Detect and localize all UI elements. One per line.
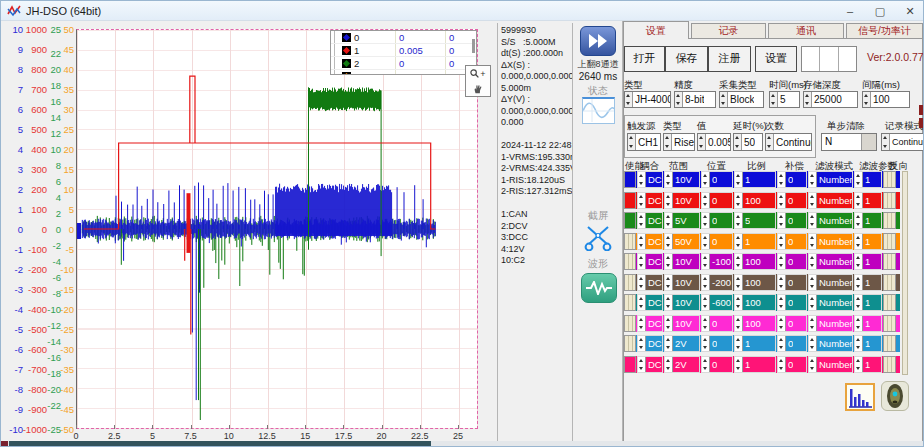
spinner-icon[interactable] [735,316,743,331]
channel-coupling-field[interactable]: DC [637,171,663,188]
channel-invert-box[interactable] [883,315,896,332]
spinner-icon[interactable] [809,213,817,228]
channel-enable-box[interactable] [624,192,636,209]
channel-scale-field[interactable]: 100 [734,253,776,270]
channel-filter-param-field[interactable]: 1 [854,356,882,373]
spinner-icon[interactable] [804,92,812,107]
channel-range-field[interactable]: 10V [664,294,700,311]
spinner-icon[interactable] [778,336,786,351]
spinner-icon[interactable] [735,336,743,351]
camera-button[interactable] [881,381,909,411]
channel-scale-field[interactable]: 1 [734,356,776,373]
spinner-icon[interactable] [638,316,646,331]
spinner-icon[interactable] [809,234,817,249]
legend-row[interactable]: 000 [331,31,476,44]
channel-position-field[interactable]: -600 [701,294,733,311]
interval-ms-combo[interactable]: 100 [862,91,910,108]
spinner-icon[interactable] [855,275,863,290]
spinner-icon[interactable] [664,134,672,150]
spinner-icon[interactable] [809,193,817,208]
spinner-icon[interactable] [665,234,673,249]
spinner-icon[interactable] [778,234,786,249]
time-ms-combo[interactable]: 5 [769,91,800,108]
channel-filter-param-field[interactable]: 1 [854,315,882,332]
spinner-icon[interactable] [855,234,863,249]
plot-area[interactable]: 00010.0050200300 [76,29,478,429]
spinner-icon[interactable] [809,295,817,310]
spinner-icon[interactable] [638,193,646,208]
device-type-combo[interactable]: JH-4000A [624,91,671,108]
maximize-button[interactable]: ▢ [865,2,895,20]
channel-filter-param-field[interactable]: 1 [854,335,882,352]
channel-invert-box[interactable] [883,294,896,311]
spinner-icon[interactable] [735,193,743,208]
spinner-icon[interactable] [809,254,817,269]
minimize-button[interactable]: – [835,2,865,20]
channel-comp-field[interactable]: 0 [777,315,807,332]
spinner-icon[interactable] [778,275,786,290]
spinner-icon[interactable] [778,254,786,269]
spinner-icon[interactable] [720,92,728,107]
spinner-icon[interactable] [734,134,742,150]
channel-coupling-field[interactable]: DC [637,192,663,209]
trigger-type-combo[interactable]: Rise [663,133,695,151]
histogram-button[interactable] [845,383,875,411]
channel-invert-box[interactable] [883,335,896,352]
zoom-tool-button[interactable]: + [466,66,490,81]
legend-scrollbar[interactable] [472,39,475,53]
spinner-icon[interactable] [855,213,863,228]
channel-comp-field[interactable]: 0 [777,233,807,250]
register-button[interactable]: 注册 [708,46,751,72]
channel-invert-box[interactable] [883,274,896,291]
channel-position-field[interactable]: 0 [701,335,733,352]
horizontal-scrollbar-thumb[interactable] [9,441,431,447]
spinner-icon[interactable] [702,336,710,351]
spinner-icon[interactable] [778,213,786,228]
spinner-icon[interactable] [778,295,786,310]
tab-signal-power[interactable]: 信号/功率计 [846,23,923,38]
channel-enable-box[interactable] [624,233,636,250]
channel-filter-mode-field[interactable]: Number [808,294,853,311]
storage-depth-combo[interactable]: 25000 [803,91,858,108]
spinner-icon[interactable] [625,92,633,107]
channel-coupling-field[interactable]: DC [637,233,663,250]
channel-filter-mode-field[interactable]: Number [808,192,853,209]
spinner-icon[interactable] [638,295,646,310]
screenshot-button[interactable] [583,223,613,255]
channel-range-field[interactable]: 10V [664,274,700,291]
channel-comp-field[interactable]: 0 [777,171,807,188]
spinner-icon[interactable] [675,92,683,107]
channel-enable-box[interactable] [624,294,636,311]
channel-filter-mode-field[interactable]: Number [808,171,853,188]
channel-invert-box[interactable] [883,212,896,229]
spinner-icon[interactable] [809,336,817,351]
spinner-icon[interactable] [855,193,863,208]
legend-row[interactable]: 200 [331,57,476,70]
channel-range-field[interactable]: 2V [664,335,700,352]
spinner-icon[interactable] [665,336,673,351]
channel-filter-mode-field[interactable]: Number [808,356,853,373]
channel-filter-mode-field[interactable]: Number [808,315,853,332]
spinner-icon[interactable] [702,254,710,269]
channel-table-scrollbar[interactable] [902,171,908,375]
channel-range-field[interactable]: 10V [664,315,700,332]
spinner-icon[interactable] [778,193,786,208]
spinner-icon[interactable] [882,134,890,150]
trigger-delay-combo[interactable]: 50 [733,133,763,151]
channel-invert-box[interactable] [883,233,896,250]
spinner-icon[interactable] [638,213,646,228]
channel-filter-mode-field[interactable]: Number [808,274,853,291]
spinner-icon[interactable] [855,172,863,187]
spinner-icon[interactable] [735,213,743,228]
channel-range-field[interactable]: 10V [664,192,700,209]
spinner-icon[interactable] [809,357,817,372]
channel-comp-field[interactable]: 0 [777,356,807,373]
channel-invert-box[interactable] [883,171,896,188]
page-channels-button[interactable] [580,26,616,56]
channel-comp-field[interactable]: 0 [777,253,807,270]
spinner-icon[interactable] [863,92,871,107]
channel-filter-param-field[interactable]: 1 [854,274,882,291]
legend-row[interactable]: 10.0050 [331,44,476,57]
channel-filter-param-field[interactable]: 1 [854,212,882,229]
channel-range-field[interactable]: 2V [664,356,700,373]
